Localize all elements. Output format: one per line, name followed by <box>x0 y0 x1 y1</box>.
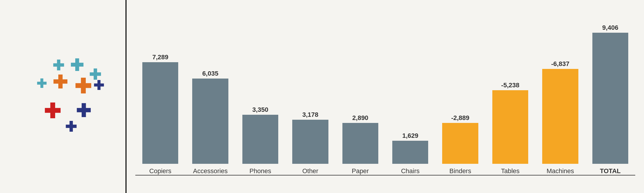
cross-icon-9: ✚ <box>76 102 91 120</box>
logo: ✚ ✚ ✚ ✚ ✚ ✚ ✚ ✚ ✚ ✚ <box>22 56 104 138</box>
bar-value-label: -6,837 <box>551 60 569 68</box>
chart-container: 7,289Copiers6,035Accessories3,350Phones3… <box>135 6 635 175</box>
logo-panel: ✚ ✚ ✚ ✚ ✚ ✚ ✚ ✚ ✚ ✚ <box>0 0 125 193</box>
bar-wrapper: -5,238 <box>485 6 535 164</box>
cross-icon-10: ✚ <box>65 120 77 134</box>
bar-rect <box>392 141 428 164</box>
bar-wrapper: 1,629 <box>385 6 435 164</box>
bar-rect <box>142 62 178 164</box>
bar-rect <box>242 115 278 164</box>
bar-group-machines: -6,837Machines <box>535 6 585 164</box>
bar-value-label: -2,889 <box>451 114 469 122</box>
bar-x-label: TOTAL <box>600 167 621 175</box>
bar-value-label: 1,629 <box>402 132 418 140</box>
bar-value-label: 3,350 <box>252 106 268 114</box>
bar-x-label: Paper <box>352 167 369 175</box>
bar-wrapper: 2,890 <box>335 6 385 164</box>
bar-wrapper: 3,178 <box>285 6 335 164</box>
bar-group-tables: -5,238Tables <box>485 6 535 164</box>
bar-wrapper: -2,889 <box>435 6 485 164</box>
bar-group-paper: 2,890Paper <box>335 6 385 164</box>
cross-icon-1: ✚ <box>52 59 64 73</box>
bar-value-label: 9,406 <box>602 24 618 32</box>
bar-group-accessories: 6,035Accessories <box>185 6 235 164</box>
bar-value-label: 3,178 <box>302 111 318 119</box>
cross-icon-7: ✚ <box>93 79 104 92</box>
bar-value-label: 7,289 <box>152 53 168 61</box>
bars-area: 7,289Copiers6,035Accessories3,350Phones3… <box>135 6 635 164</box>
cross-icon-5: ✚ <box>52 73 68 91</box>
cross-icon-4: ✚ <box>36 78 47 90</box>
axis-line <box>135 175 635 175</box>
bar-rect <box>192 79 228 164</box>
bar-wrapper: 9,406 <box>585 6 635 164</box>
bar-x-label: Other <box>302 167 318 175</box>
bar-x-label: Binders <box>449 167 471 175</box>
bar-wrapper: 6,035 <box>185 6 235 164</box>
cross-icon-6: ✚ <box>74 76 92 97</box>
bar-x-label: Chairs <box>401 167 420 175</box>
bar-group-binders: -2,889Binders <box>435 6 485 164</box>
cross-icon-8: ✚ <box>44 101 61 121</box>
bar-value-label: 2,890 <box>352 114 368 122</box>
bar-group-phones: 3,350Phones <box>235 6 285 164</box>
bar-wrapper: -6,837 <box>535 6 585 164</box>
bar-rect <box>542 69 578 164</box>
bar-rect <box>442 123 478 164</box>
bar-x-label: Accessories <box>193 167 228 175</box>
bar-wrapper: 3,350 <box>235 6 285 164</box>
cross-icon-2: ✚ <box>70 57 84 74</box>
bar-x-label: Tables <box>501 167 520 175</box>
chart-panel: 7,289Copiers6,035Accessories3,350Phones3… <box>127 0 644 193</box>
bar-x-label: Copiers <box>149 167 172 175</box>
bar-group-total: 9,406TOTAL <box>585 6 635 164</box>
bar-value-label: 6,035 <box>202 70 218 77</box>
bar-wrapper: 7,289 <box>135 6 185 164</box>
bar-group-copiers: 7,289Copiers <box>135 6 185 164</box>
bar-rect <box>292 120 328 164</box>
bar-x-label: Phones <box>249 167 271 175</box>
bar-rect <box>492 90 528 164</box>
bar-value-label: -5,238 <box>501 81 519 89</box>
bar-rect <box>592 33 628 164</box>
bar-rect <box>342 123 378 164</box>
bar-x-label: Machines <box>547 167 574 175</box>
bar-group-other: 3,178Other <box>285 6 335 164</box>
bar-group-chairs: 1,629Chairs <box>385 6 435 164</box>
